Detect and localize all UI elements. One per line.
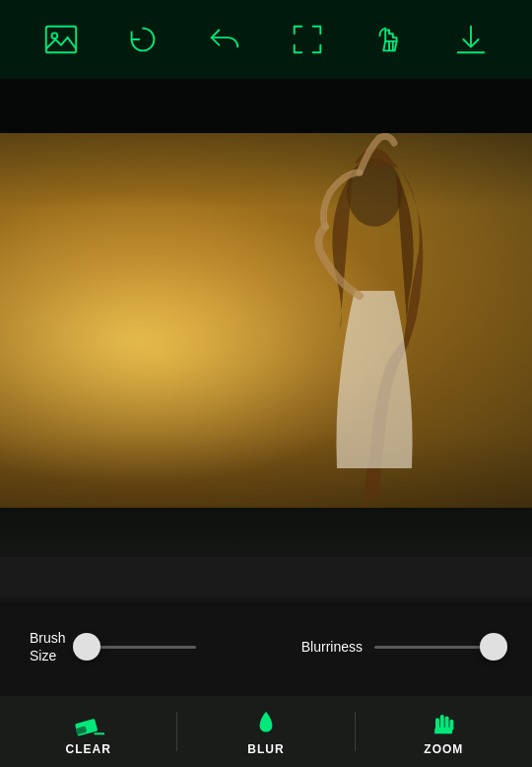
blur-label: BLUR [247, 742, 284, 756]
action-bar: CLEAR BLUR ZOOM [0, 696, 532, 767]
brush-size-label: Brush Size [30, 629, 66, 664]
undo-icon-btn[interactable] [203, 18, 246, 61]
zoom-label: ZOOM [424, 742, 463, 756]
image-icon-btn[interactable] [39, 18, 83, 61]
brush-size-thumb[interactable] [73, 633, 100, 661]
zoom-button[interactable]: ZOOM [356, 696, 532, 767]
eraser-icon [73, 707, 104, 738]
blurriness-thumb[interactable] [480, 633, 507, 661]
toolbar [0, 0, 532, 79]
refresh-icon-btn[interactable] [121, 18, 165, 61]
blur-button[interactable]: BLUR [177, 696, 354, 767]
blur-icon [250, 707, 282, 738]
controls-area: Brush Size Blurriness [0, 597, 532, 696]
brush-size-control: Brush Size [30, 629, 206, 664]
clear-label: CLEAR [65, 742, 110, 756]
hand-zoom-icon [428, 707, 459, 738]
svg-point-6 [347, 158, 402, 227]
touch-icon-btn[interactable] [367, 18, 411, 61]
top-letterbox [0, 79, 532, 133]
blurriness-track[interactable] [374, 646, 493, 649]
blurriness-control: Blurriness [301, 638, 502, 656]
svg-point-1 [51, 33, 57, 38]
clear-button[interactable]: CLEAR [0, 696, 176, 767]
image-area[interactable] [0, 79, 532, 601]
svg-rect-0 [45, 27, 75, 53]
woman-figure [266, 133, 483, 498]
expand-icon-btn[interactable] [286, 18, 329, 61]
download-icon-btn[interactable] [449, 18, 493, 61]
blurriness-label: Blurriness [301, 638, 363, 656]
bottom-letterbox [0, 508, 532, 557]
